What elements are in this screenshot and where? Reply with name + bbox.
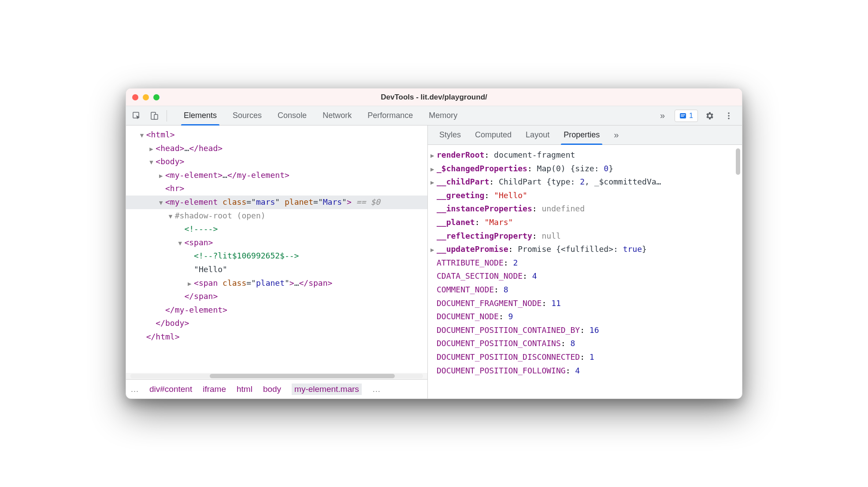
breadcrumb-ellipsis[interactable]: …	[130, 384, 139, 394]
property-row[interactable]: DOCUMENT_NODE: 9	[430, 310, 739, 324]
dom-tree[interactable]: ▼<html> ▶<head>…</head> ▼<body> ▶<my-ele…	[126, 125, 427, 373]
property-row[interactable]: ▶_$changedProperties: Map(0) {size: 0}	[430, 162, 739, 176]
dom-node[interactable]: <hr>	[126, 182, 427, 196]
breadcrumb-item[interactable]: iframe	[203, 384, 226, 394]
breadcrumb-item[interactable]: body	[263, 384, 281, 394]
property-row[interactable]: __instanceProperties: undefined	[430, 202, 739, 216]
breadcrumb-item[interactable]: div#content	[149, 384, 192, 394]
sidebar-tab-layout[interactable]: Layout	[519, 125, 556, 145]
svg-rect-2	[154, 114, 158, 119]
panel-tabs: ElementsSourcesConsoleNetworkPerformance…	[176, 106, 650, 125]
dom-node[interactable]: ▼<my-element class="mars" planet="Mars">…	[126, 196, 427, 209]
property-row[interactable]: CDATA_SECTION_NODE: 4	[430, 269, 739, 283]
breadcrumb-item[interactable]: my-element.mars	[292, 384, 362, 395]
svg-point-7	[728, 115, 730, 117]
dom-node[interactable]: <!---->	[126, 222, 427, 236]
sidebar-tab-computed[interactable]: Computed	[468, 125, 519, 145]
dom-node[interactable]: "Hello"	[126, 263, 427, 277]
property-row[interactable]: DOCUMENT_POSITION_CONTAINS: 8	[430, 337, 739, 350]
zoom-window-button[interactable]	[153, 94, 160, 100]
inspect-element-icon[interactable]	[129, 108, 145, 124]
dom-node[interactable]: ▼<body>	[126, 155, 427, 169]
property-row[interactable]: COMMENT_NODE: 8	[430, 283, 739, 297]
property-row[interactable]: ▶__childPart: ChildPart {type: 2, _$comm…	[430, 175, 739, 189]
sidebar-tab-properties[interactable]: Properties	[556, 125, 607, 145]
close-window-button[interactable]	[132, 94, 138, 100]
devtools-window: DevTools - lit.dev/playground/ ElementsS…	[126, 88, 742, 399]
elements-panel: ▼<html> ▶<head>…</head> ▼<body> ▶<my-ele…	[126, 125, 428, 398]
titlebar: DevTools - lit.dev/playground/	[126, 89, 742, 106]
dom-node[interactable]: ▼<span>	[126, 236, 427, 250]
dom-node[interactable]: </my-element>	[126, 303, 427, 317]
breadcrumb-ellipsis[interactable]: …	[372, 384, 381, 394]
dom-node[interactable]: ▶<my-element>…</my-element>	[126, 169, 427, 182]
property-row[interactable]: DOCUMENT_POSITION_CONTAINED_BY: 16	[430, 324, 739, 337]
tab-sources[interactable]: Sources	[225, 106, 270, 125]
horizontal-scrollbar[interactable]	[126, 373, 427, 379]
svg-rect-4	[681, 114, 685, 115]
sidebar-panel: StylesComputedLayoutProperties» ▶renderR…	[428, 125, 742, 398]
breadcrumb-item[interactable]: html	[237, 384, 252, 394]
dom-node[interactable]: ▼#shadow-root (open)	[126, 209, 427, 223]
dom-node[interactable]: </span>	[126, 290, 427, 303]
tab-network[interactable]: Network	[315, 106, 360, 125]
more-icon[interactable]	[721, 108, 737, 124]
tab-memory[interactable]: Memory	[421, 106, 465, 125]
property-row[interactable]: ▶__updatePromise: Promise {<fulfilled>: …	[430, 243, 739, 256]
issues-button[interactable]: 1	[675, 110, 698, 122]
property-row[interactable]: __greeting: "Hello"	[430, 189, 739, 203]
sidebar-tab-styles[interactable]: Styles	[432, 125, 468, 145]
dom-node[interactable]: ▶<span class="planet">…</span>	[126, 277, 427, 290]
property-row[interactable]: DOCUMENT_POSITION_DISCONNECTED: 1	[430, 350, 739, 364]
property-row[interactable]: DOCUMENT_POSITION_FOLLOWING: 4	[430, 364, 739, 378]
traffic-lights	[132, 94, 160, 100]
device-toolbar-icon[interactable]	[146, 108, 162, 124]
issues-count: 1	[689, 112, 693, 120]
settings-icon[interactable]	[701, 108, 717, 124]
sidebar-tabs-overflow[interactable]: »	[607, 125, 626, 145]
svg-point-6	[728, 112, 730, 114]
sidebar-tabs: StylesComputedLayoutProperties»	[428, 125, 742, 145]
property-row[interactable]: __reflectingProperty: null	[430, 229, 739, 243]
dom-node[interactable]: ▼<html>	[126, 128, 427, 142]
main-content: ▼<html> ▶<head>…</head> ▼<body> ▶<my-ele…	[126, 125, 742, 398]
dom-node[interactable]: </body>	[126, 317, 427, 330]
divider	[167, 110, 167, 122]
minimize-window-button[interactable]	[143, 94, 149, 100]
properties-pane[interactable]: ▶renderRoot: document-fragment▶_$changed…	[428, 145, 742, 398]
dom-node[interactable]: </html>	[126, 330, 427, 344]
breadcrumb: …div#contentiframehtmlbodymy-element.mar…	[126, 379, 427, 398]
dom-node[interactable]: ▶<head>…</head>	[126, 142, 427, 155]
svg-point-8	[728, 118, 730, 119]
tab-elements[interactable]: Elements	[176, 106, 225, 125]
window-title: DevTools - lit.dev/playground/	[381, 93, 487, 102]
dom-node[interactable]: <!--?lit$106992652$-->	[126, 249, 427, 263]
property-row[interactable]: ▶renderRoot: document-fragment	[430, 148, 739, 162]
property-row[interactable]: __planet: "Mars"	[430, 216, 739, 229]
tab-performance[interactable]: Performance	[360, 106, 421, 125]
vertical-scrollbar[interactable]	[736, 148, 740, 175]
property-row[interactable]: ATTRIBUTE_NODE: 2	[430, 256, 739, 270]
svg-rect-5	[681, 116, 684, 117]
tabs-overflow-button[interactable]: »	[652, 106, 673, 125]
tab-console[interactable]: Console	[270, 106, 315, 125]
main-toolbar: ElementsSourcesConsoleNetworkPerformance…	[126, 106, 742, 125]
property-row[interactable]: DOCUMENT_FRAGMENT_NODE: 11	[430, 297, 739, 310]
